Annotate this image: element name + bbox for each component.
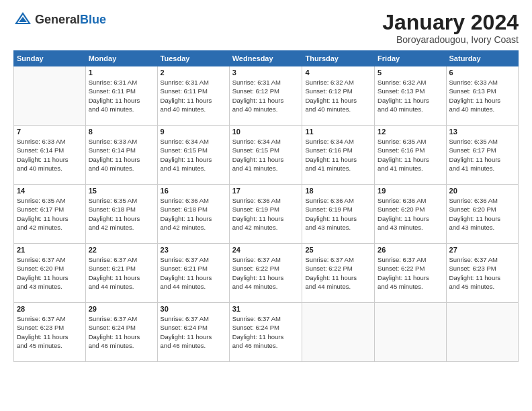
day-number: 18 (305, 187, 371, 195)
calendar-cell: 19Sunrise: 6:36 AM Sunset: 6:20 PM Dayli… (375, 185, 446, 244)
day-of-week-header: Monday (85, 51, 157, 66)
calendar-table: SundayMondayTuesdayWednesdayThursdayFrid… (13, 50, 519, 362)
day-of-week-header: Tuesday (157, 51, 229, 66)
day-info: Sunrise: 6:35 AM Sunset: 6:17 PM Dayligh… (17, 196, 83, 232)
day-number: 10 (232, 128, 300, 136)
day-number: 4 (305, 68, 371, 77)
month-title: January 2024 (382, 11, 519, 34)
calendar-week-row: 1Sunrise: 6:31 AM Sunset: 6:11 PM Daylig… (14, 66, 519, 126)
header: GeneralBlue January 2024 Boroyaradougou,… (13, 11, 519, 45)
day-info: Sunrise: 6:37 AM Sunset: 6:22 PM Dayligh… (232, 255, 300, 291)
day-info: Sunrise: 6:37 AM Sunset: 6:22 PM Dayligh… (378, 255, 443, 291)
day-info: Sunrise: 6:34 AM Sunset: 6:16 PM Dayligh… (305, 137, 371, 173)
day-number: 14 (17, 187, 83, 195)
day-info: Sunrise: 6:37 AM Sunset: 6:21 PM Dayligh… (161, 255, 226, 291)
day-number: 30 (161, 305, 226, 313)
calendar-week-row: 7Sunrise: 6:33 AM Sunset: 6:14 PM Daylig… (14, 126, 519, 185)
calendar-cell: 30Sunrise: 6:37 AM Sunset: 6:24 PM Dayli… (157, 303, 229, 362)
calendar-cell: 14Sunrise: 6:35 AM Sunset: 6:17 PM Dayli… (14, 185, 86, 244)
calendar-cell: 13Sunrise: 6:35 AM Sunset: 6:17 PM Dayli… (446, 126, 518, 185)
day-info: Sunrise: 6:31 AM Sunset: 6:11 PM Dayligh… (161, 78, 226, 113)
day-info: Sunrise: 6:35 AM Sunset: 6:16 PM Dayligh… (378, 137, 443, 173)
day-number: 26 (378, 246, 443, 254)
calendar-cell: 27Sunrise: 6:37 AM Sunset: 6:23 PM Dayli… (446, 244, 518, 303)
day-info: Sunrise: 6:32 AM Sunset: 6:12 PM Dayligh… (305, 78, 371, 113)
calendar-cell: 31Sunrise: 6:37 AM Sunset: 6:24 PM Dayli… (229, 303, 302, 362)
calendar-cell: 2Sunrise: 6:31 AM Sunset: 6:11 PM Daylig… (157, 66, 229, 126)
day-info: Sunrise: 6:36 AM Sunset: 6:20 PM Dayligh… (378, 196, 443, 232)
calendar-cell: 10Sunrise: 6:34 AM Sunset: 6:15 PM Dayli… (229, 126, 302, 185)
day-info: Sunrise: 6:33 AM Sunset: 6:13 PM Dayligh… (449, 78, 515, 113)
day-number: 27 (449, 246, 515, 254)
day-of-week-header: Sunday (14, 51, 86, 66)
day-number: 23 (161, 246, 226, 254)
day-info: Sunrise: 6:36 AM Sunset: 6:18 PM Dayligh… (161, 196, 226, 232)
day-of-week-header: Thursday (302, 51, 375, 66)
calendar-cell: 28Sunrise: 6:37 AM Sunset: 6:23 PM Dayli… (14, 303, 86, 362)
day-number: 19 (378, 187, 443, 195)
day-number: 28 (17, 305, 83, 313)
day-info: Sunrise: 6:36 AM Sunset: 6:19 PM Dayligh… (232, 196, 300, 232)
day-number: 11 (305, 128, 371, 136)
day-number: 24 (232, 246, 300, 254)
day-number: 31 (232, 305, 300, 313)
calendar-page: GeneralBlue January 2024 Boroyaradougou,… (0, 0, 532, 411)
day-info: Sunrise: 6:34 AM Sunset: 6:15 PM Dayligh… (232, 137, 300, 173)
day-number: 2 (161, 68, 226, 77)
day-info: Sunrise: 6:36 AM Sunset: 6:20 PM Dayligh… (449, 196, 515, 232)
calendar-header-row: SundayMondayTuesdayWednesdayThursdayFrid… (14, 51, 519, 66)
calendar-cell: 22Sunrise: 6:37 AM Sunset: 6:21 PM Dayli… (85, 244, 157, 303)
calendar-cell: 23Sunrise: 6:37 AM Sunset: 6:21 PM Dayli… (157, 244, 229, 303)
calendar-cell (446, 303, 518, 362)
calendar-cell: 18Sunrise: 6:36 AM Sunset: 6:19 PM Dayli… (302, 185, 375, 244)
day-info: Sunrise: 6:35 AM Sunset: 6:17 PM Dayligh… (449, 137, 515, 173)
calendar-week-row: 21Sunrise: 6:37 AM Sunset: 6:20 PM Dayli… (14, 244, 519, 303)
day-info: Sunrise: 6:37 AM Sunset: 6:21 PM Dayligh… (89, 255, 154, 291)
location: Boroyaradougou, Ivory Coast (382, 34, 519, 45)
calendar-cell: 20Sunrise: 6:36 AM Sunset: 6:20 PM Dayli… (446, 185, 518, 244)
logo-text: GeneralBlue (35, 13, 106, 27)
day-info: Sunrise: 6:37 AM Sunset: 6:23 PM Dayligh… (449, 255, 515, 291)
day-number: 17 (232, 187, 300, 195)
day-info: Sunrise: 6:32 AM Sunset: 6:13 PM Dayligh… (378, 78, 443, 113)
calendar-cell: 11Sunrise: 6:34 AM Sunset: 6:16 PM Dayli… (302, 126, 375, 185)
logo-icon (13, 11, 32, 30)
day-number: 21 (17, 246, 83, 254)
calendar-cell (375, 303, 446, 362)
day-info: Sunrise: 6:37 AM Sunset: 6:24 PM Dayligh… (89, 314, 154, 350)
calendar-cell: 26Sunrise: 6:37 AM Sunset: 6:22 PM Dayli… (375, 244, 446, 303)
day-number: 3 (232, 68, 300, 77)
calendar-cell: 15Sunrise: 6:35 AM Sunset: 6:18 PM Dayli… (85, 185, 157, 244)
day-info: Sunrise: 6:34 AM Sunset: 6:15 PM Dayligh… (161, 137, 226, 173)
calendar-cell: 9Sunrise: 6:34 AM Sunset: 6:15 PM Daylig… (157, 126, 229, 185)
day-info: Sunrise: 6:37 AM Sunset: 6:20 PM Dayligh… (17, 255, 83, 291)
day-number: 25 (305, 246, 371, 254)
day-info: Sunrise: 6:33 AM Sunset: 6:14 PM Dayligh… (89, 137, 154, 173)
day-info: Sunrise: 6:36 AM Sunset: 6:19 PM Dayligh… (305, 196, 371, 232)
day-info: Sunrise: 6:33 AM Sunset: 6:14 PM Dayligh… (17, 137, 83, 173)
day-info: Sunrise: 6:31 AM Sunset: 6:11 PM Dayligh… (89, 78, 154, 113)
calendar-cell: 6Sunrise: 6:33 AM Sunset: 6:13 PM Daylig… (446, 66, 518, 126)
day-number: 1 (89, 68, 154, 77)
calendar-cell: 21Sunrise: 6:37 AM Sunset: 6:20 PM Dayli… (14, 244, 86, 303)
calendar-cell: 1Sunrise: 6:31 AM Sunset: 6:11 PM Daylig… (85, 66, 157, 126)
day-of-week-header: Wednesday (229, 51, 302, 66)
day-number: 6 (449, 68, 515, 77)
day-number: 29 (89, 305, 154, 313)
calendar-cell: 24Sunrise: 6:37 AM Sunset: 6:22 PM Dayli… (229, 244, 302, 303)
calendar-cell: 12Sunrise: 6:35 AM Sunset: 6:16 PM Dayli… (375, 126, 446, 185)
calendar-cell: 17Sunrise: 6:36 AM Sunset: 6:19 PM Dayli… (229, 185, 302, 244)
calendar-cell: 16Sunrise: 6:36 AM Sunset: 6:18 PM Dayli… (157, 185, 229, 244)
day-number: 8 (89, 128, 154, 136)
calendar-week-row: 28Sunrise: 6:37 AM Sunset: 6:23 PM Dayli… (14, 303, 519, 362)
calendar-cell (14, 66, 86, 126)
day-number: 5 (378, 68, 443, 77)
day-info: Sunrise: 6:35 AM Sunset: 6:18 PM Dayligh… (89, 196, 154, 232)
day-number: 7 (17, 128, 83, 136)
calendar-cell: 25Sunrise: 6:37 AM Sunset: 6:22 PM Dayli… (302, 244, 375, 303)
calendar-cell: 4Sunrise: 6:32 AM Sunset: 6:12 PM Daylig… (302, 66, 375, 126)
calendar-cell: 29Sunrise: 6:37 AM Sunset: 6:24 PM Dayli… (85, 303, 157, 362)
title-block: January 2024 Boroyaradougou, Ivory Coast (382, 11, 519, 45)
day-number: 22 (89, 246, 154, 254)
day-number: 16 (161, 187, 226, 195)
